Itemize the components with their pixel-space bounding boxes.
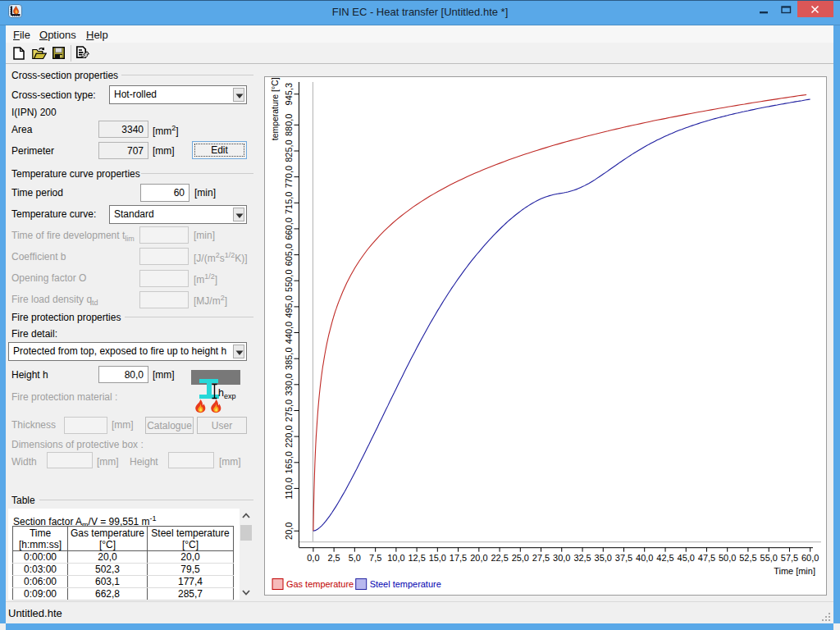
svg-text:37,5: 37,5 bbox=[615, 553, 632, 563]
svg-text:25,0: 25,0 bbox=[512, 553, 529, 563]
svg-text:27,5: 27,5 bbox=[532, 553, 550, 563]
svg-text:945,3: 945,3 bbox=[284, 83, 294, 105]
svg-text:50,0: 50,0 bbox=[719, 553, 736, 563]
svg-text:20,0: 20,0 bbox=[284, 523, 294, 540]
svg-text:7,5: 7,5 bbox=[369, 553, 381, 563]
svg-text:55,0: 55,0 bbox=[760, 553, 778, 563]
svg-text:35,0: 35,0 bbox=[595, 553, 612, 563]
svg-text:10,0: 10,0 bbox=[387, 553, 404, 563]
svg-text:40,0: 40,0 bbox=[636, 553, 653, 563]
svg-text:17,5: 17,5 bbox=[450, 553, 467, 563]
svg-text:715,0: 715,0 bbox=[284, 192, 294, 214]
svg-text:Time [min]: Time [min] bbox=[774, 566, 815, 576]
svg-text:550,0: 550,0 bbox=[284, 270, 294, 292]
svg-text:110,0: 110,0 bbox=[284, 477, 294, 500]
svg-text:30,0: 30,0 bbox=[553, 553, 570, 563]
svg-text:385,0: 385,0 bbox=[284, 348, 294, 370]
svg-text:880,0: 880,0 bbox=[284, 114, 294, 136]
svg-text:15,0: 15,0 bbox=[429, 553, 446, 563]
svg-text:825,0: 825,0 bbox=[284, 139, 294, 162]
svg-text:Steel temperature: Steel temperature bbox=[370, 579, 441, 589]
svg-text:45,0: 45,0 bbox=[678, 553, 695, 563]
svg-text:Gas temperature: Gas temperature bbox=[286, 579, 354, 589]
svg-text:0,0: 0,0 bbox=[307, 553, 319, 563]
svg-text:52,5: 52,5 bbox=[739, 553, 756, 563]
svg-text:220,0: 220,0 bbox=[284, 425, 294, 447]
svg-text:660,0: 660,0 bbox=[284, 217, 294, 240]
svg-text:60,0: 60,0 bbox=[801, 553, 819, 563]
svg-text:exp: exp bbox=[224, 392, 236, 400]
svg-text:57,5: 57,5 bbox=[781, 553, 798, 563]
svg-text:2,5: 2,5 bbox=[328, 553, 340, 563]
svg-text:32,5: 32,5 bbox=[573, 553, 591, 563]
svg-text:20,0: 20,0 bbox=[470, 553, 487, 563]
svg-text:12,5: 12,5 bbox=[408, 553, 425, 563]
svg-text:temperature [°C]: temperature [°C] bbox=[271, 77, 280, 140]
svg-text:5,0: 5,0 bbox=[349, 553, 361, 563]
svg-text:22,5: 22,5 bbox=[491, 553, 508, 563]
svg-text:440,0: 440,0 bbox=[284, 322, 294, 344]
svg-text:42,5: 42,5 bbox=[656, 553, 673, 563]
svg-text:330,0: 330,0 bbox=[284, 373, 294, 395]
svg-text:605,0: 605,0 bbox=[284, 244, 294, 266]
svg-text:47,5: 47,5 bbox=[698, 553, 715, 563]
svg-text:770,0: 770,0 bbox=[284, 166, 294, 188]
svg-text:165,0: 165,0 bbox=[284, 451, 294, 473]
svg-text:495,0: 495,0 bbox=[284, 295, 294, 317]
svg-text:h: h bbox=[218, 387, 224, 399]
svg-text:275,0: 275,0 bbox=[284, 399, 294, 422]
